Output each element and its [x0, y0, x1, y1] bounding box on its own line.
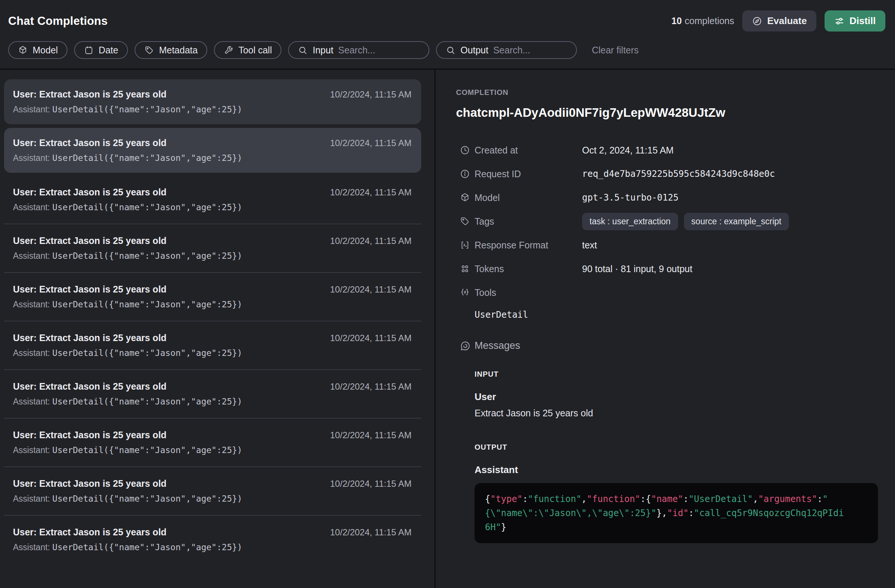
list-item[interactable]: User: Extract Jason is 25 years old 10/2…	[4, 176, 421, 224]
list-item-header: User: Extract Jason is 25 years old 10/2…	[13, 430, 411, 441]
field-label-response-format: Response Format	[475, 240, 582, 251]
list-item-assistant: Assistant: UserDetail({"name":"Jason","a…	[13, 153, 411, 163]
clock-icon	[460, 145, 471, 155]
date-filter-label: Date	[99, 45, 118, 56]
list-item-timestamp: 10/2/2024, 11:15 AM	[330, 89, 411, 100]
list-item-assistant: Assistant: UserDetail({"name":"Jason","a…	[13, 397, 411, 407]
field-row-tokens: Tokens 90 total · 81 input, 9 output	[456, 257, 878, 280]
list-item[interactable]: User: Extract Jason is 25 years old 10/2…	[4, 273, 421, 321]
list-item[interactable]: User: Extract Jason is 25 years old 10/2…	[4, 370, 421, 418]
list-item-assistant-code: UserDetail({"name":"Jason","age":25})	[52, 105, 242, 114]
list-item-assistant-prefix: Assistant:	[13, 397, 52, 406]
list-item-assistant: Assistant: UserDetail({"name":"Jason","a…	[13, 348, 411, 358]
list-item-assistant-prefix: Assistant:	[13, 251, 52, 261]
field-row-tags: Tags task : user_extraction source : exa…	[456, 209, 878, 233]
clear-filters-button[interactable]: Clear filters	[592, 45, 639, 56]
tags-chips: task : user_extraction source : example_…	[582, 213, 789, 230]
list-item[interactable]: User: Extract Jason is 25 years old 10/2…	[4, 516, 421, 564]
list-item-assistant-prefix: Assistant:	[13, 348, 52, 358]
field-row-created-at: Created at Oct 2, 2024, 11:15 AM	[456, 138, 878, 162]
list-item[interactable]: User: Extract Jason is 25 years old 10/2…	[4, 467, 421, 516]
tool-call-filter-button[interactable]: Tool call	[214, 41, 281, 59]
list-item[interactable]: User: Extract Jason is 25 years old 10/2…	[4, 321, 421, 370]
tokens-icon	[460, 264, 471, 274]
field-label-tokens: Tokens	[475, 264, 582, 274]
list-item-assistant-code: UserDetail({"name":"Jason","age":25})	[52, 251, 242, 261]
list-item-header: User: Extract Jason is 25 years old 10/2…	[13, 187, 411, 198]
list-item-assistant: Assistant: UserDetail({"name":"Jason","a…	[13, 251, 411, 261]
response-format-icon	[460, 240, 471, 250]
list-item-assistant-code: UserDetail({"name":"Jason","age":25})	[52, 445, 242, 455]
topbar-row: Chat Completions 10completions Evaluate	[0, 0, 895, 32]
completion-fields: Created at Oct 2, 2024, 11:15 AM Request…	[456, 138, 878, 320]
input-message-content: Extract Jason is 25 years old	[475, 408, 878, 418]
model-filter-button[interactable]: Model	[8, 41, 67, 59]
field-value-tokens: 90 total · 81 input, 9 output	[582, 264, 692, 274]
evaluate-button[interactable]: Evaluate	[742, 11, 816, 32]
list-item-assistant: Assistant: UserDetail({"name":"Jason","a…	[13, 105, 411, 115]
list-item-header: User: Extract Jason is 25 years old 10/2…	[13, 381, 411, 392]
field-value-created-at: Oct 2, 2024, 11:15 AM	[582, 145, 674, 156]
evaluate-button-label: Evaluate	[767, 15, 807, 27]
list-item-header: User: Extract Jason is 25 years old 10/2…	[13, 89, 411, 100]
list-item-timestamp: 10/2/2024, 11:15 AM	[330, 187, 411, 198]
completion-section-label: COMPLETION	[456, 88, 878, 97]
input-search-filter[interactable]: Input	[288, 41, 429, 59]
list-item-assistant: Assistant: UserDetail({"name":"Jason","a…	[13, 543, 411, 552]
metadata-filter-button[interactable]: Metadata	[135, 41, 207, 59]
output-search-filter[interactable]: Output	[436, 41, 577, 59]
input-search-field[interactable]	[338, 45, 420, 56]
list-item-timestamp: 10/2/2024, 11:15 AM	[330, 527, 411, 538]
cube-icon	[460, 192, 471, 203]
wrench-icon	[224, 45, 234, 55]
topbar: Chat Completions 10completions Evaluate	[0, 0, 895, 68]
output-message-role: Assistant	[475, 464, 878, 476]
date-filter-button[interactable]: Date	[74, 41, 128, 59]
list-item-assistant: Assistant: UserDetail({"name":"Jason","a…	[13, 445, 411, 455]
list-item-timestamp: 10/2/2024, 11:15 AM	[330, 138, 411, 148]
list-item[interactable]: User: Extract Jason is 25 years old 10/2…	[4, 79, 421, 124]
completions-list: User: Extract Jason is 25 years old 10/2…	[0, 70, 434, 588]
distill-button-label: Distill	[849, 15, 876, 27]
completion-detail-panel: COMPLETION chatcmpl-ADyAodii0NF7ig7yLepW…	[435, 70, 895, 588]
page-title: Chat Completions	[8, 14, 108, 28]
list-item-user: User: Extract Jason is 25 years old	[13, 138, 167, 148]
messages-header: Messages	[456, 340, 878, 352]
output-section-label: OUTPUT	[475, 443, 878, 452]
output-search-field[interactable]	[493, 45, 567, 56]
function-icon	[460, 287, 471, 298]
list-item[interactable]: User: Extract Jason is 25 years old 10/2…	[4, 224, 421, 273]
code-block: {"type":"function","function":{"name":"U…	[475, 483, 878, 543]
list-item[interactable]: User: Extract Jason is 25 years old 10/2…	[4, 418, 421, 467]
list-item-user: User: Extract Jason is 25 years old	[13, 430, 167, 441]
list-item-header: User: Extract Jason is 25 years old 10/2…	[13, 138, 411, 148]
list-item-header: User: Extract Jason is 25 years old 10/2…	[13, 284, 411, 295]
tag-chip: source : example_script	[684, 213, 789, 230]
messages-label: Messages	[475, 340, 520, 352]
field-label-tags: Tags	[475, 216, 582, 227]
list-item-assistant-prefix: Assistant:	[13, 202, 52, 212]
list-item-user: User: Extract Jason is 25 years old	[13, 284, 167, 295]
field-label-tools: Tools	[475, 287, 582, 298]
list-item-assistant-code: UserDetail({"name":"Jason","age":25})	[52, 397, 242, 406]
chat-completions-page: Chat Completions 10completions Evaluate	[0, 0, 895, 588]
list-item-user: User: Extract Jason is 25 years old	[13, 333, 167, 343]
distill-button[interactable]: Distill	[825, 11, 885, 32]
list-item-assistant-code: UserDetail({"name":"Jason","age":25})	[52, 202, 242, 212]
field-label-created-at: Created at	[475, 145, 582, 156]
list-item-assistant-prefix: Assistant:	[13, 494, 52, 503]
list-item[interactable]: User: Extract Jason is 25 years old 10/2…	[4, 128, 421, 173]
list-item-assistant-code: UserDetail({"name":"Jason","age":25})	[52, 300, 242, 309]
input-search-label: Input	[312, 45, 333, 56]
field-row-request-id: Request ID req_d4e7ba759225b595c584243d9…	[456, 162, 878, 186]
list-item-header: User: Extract Jason is 25 years old 10/2…	[13, 235, 411, 246]
list-item-timestamp: 10/2/2024, 11:15 AM	[330, 284, 411, 295]
list-item-assistant: Assistant: UserDetail({"name":"Jason","a…	[13, 202, 411, 212]
model-filter-label: Model	[33, 45, 58, 56]
list-item-timestamp: 10/2/2024, 11:15 AM	[330, 333, 411, 343]
tools-value: UserDetail	[475, 309, 878, 320]
list-item-header: User: Extract Jason is 25 years old 10/2…	[13, 478, 411, 489]
input-section-label: INPUT	[475, 370, 878, 379]
field-row-response-format: Response Format text	[456, 233, 878, 257]
metadata-filter-label: Metadata	[159, 45, 197, 56]
